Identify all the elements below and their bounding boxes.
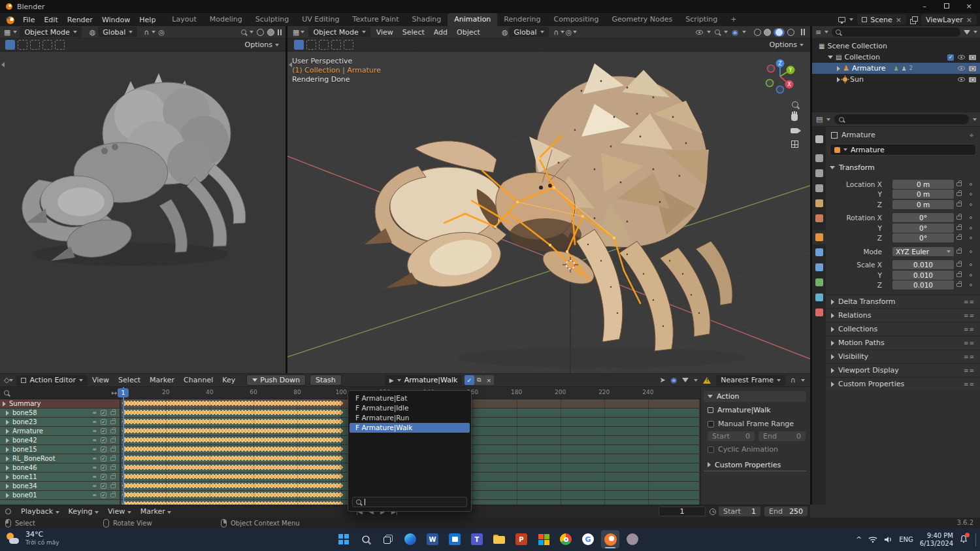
mode-select[interactable]: Object Mode (308, 27, 370, 37)
modifier-icon[interactable]: ≡ (92, 474, 97, 480)
snap-magnet-icon[interactable]: ∩ (144, 28, 149, 37)
scene-selector[interactable]: Scene× (857, 14, 906, 25)
select-circle-icon[interactable] (319, 40, 329, 50)
navigation-gizmo[interactable]: Z Y X (759, 56, 801, 97)
blender-logo-icon[interactable] (5, 14, 16, 25)
action-panel-header[interactable]: Action (704, 391, 806, 402)
close-button[interactable]: × (958, 0, 980, 13)
viewport-menu-select[interactable]: Select (398, 28, 429, 37)
menu-help[interactable]: Help (135, 16, 160, 24)
properties-tab-output[interactable] (812, 166, 826, 180)
eye-icon[interactable] (958, 55, 965, 59)
menu-edit[interactable]: Edit (39, 16, 62, 24)
channel-row-armature[interactable]: Armature≡✓ (0, 427, 120, 435)
properties-search-input[interactable] (834, 114, 969, 124)
expand-arrow-icon[interactable] (6, 438, 9, 443)
visibility-icon[interactable] (696, 30, 703, 35)
start-frame-field[interactable]: Start1 (719, 507, 760, 516)
shading-solid-icon[interactable] (764, 29, 771, 36)
panel-relations[interactable]: Relations≡≡ (826, 309, 980, 322)
lock-icon[interactable] (956, 226, 962, 230)
snap-magnet-icon[interactable]: ∩ (554, 28, 559, 37)
timeline-menu-playback[interactable]: Playback (16, 507, 64, 516)
dropdown-item-f-armature-run[interactable]: F Armature|Run (350, 413, 470, 423)
lock-icon[interactable] (956, 236, 962, 240)
show-desktop-strip[interactable] (975, 533, 976, 546)
animate-dot-icon[interactable] (970, 274, 972, 276)
pause-icon[interactable] (801, 29, 805, 35)
value-field-rotation-x[interactable]: 0° (892, 213, 954, 222)
timeline-menu-keying[interactable]: Keying (64, 507, 103, 516)
object-name-field[interactable]: Armature (830, 144, 976, 156)
properties-tab-material[interactable] (812, 305, 826, 320)
expand-arrow-icon[interactable] (6, 410, 9, 416)
lock-icon[interactable] (956, 192, 962, 196)
camera-icon[interactable] (969, 66, 976, 71)
screen-icon[interactable] (838, 17, 845, 22)
value-field-z[interactable]: 0 m (892, 200, 954, 209)
zoom-icon[interactable] (241, 29, 246, 35)
manual-frame-range-row[interactable]: Manual Frame Range (708, 420, 794, 428)
viewlayer-selector[interactable]: ViewLayer× (921, 14, 977, 25)
clock-icon[interactable] (710, 509, 716, 515)
taskbar-app-edge[interactable] (401, 530, 419, 548)
dropdown-item-f-armature-walk[interactable]: F Armature|Walk (350, 423, 470, 433)
dopesheet-menu-marker[interactable]: Marker (145, 376, 179, 384)
lock-icon[interactable] (110, 466, 116, 470)
overlays-icon[interactable]: ◉ (732, 28, 738, 37)
channel-row-bone58[interactable]: bone58≡✓ (0, 409, 120, 417)
tab-layout[interactable]: Layout (165, 13, 203, 26)
mode-select[interactable]: Object Mode (20, 27, 81, 37)
animate-dot-icon[interactable] (970, 250, 972, 253)
panel-visibility[interactable]: Visibility≡≡ (826, 350, 980, 363)
properties-tab-render[interactable] (812, 151, 826, 165)
lock-icon[interactable] (956, 182, 962, 186)
viewport-menu-add[interactable]: Add (429, 28, 452, 37)
lock-icon[interactable] (110, 448, 116, 452)
panel-custom-properties[interactable]: Custom Properties≡≡ (826, 377, 980, 390)
modifier-icon[interactable]: ≡ (92, 428, 97, 434)
modifier-icon[interactable]: ≡ (92, 483, 97, 489)
channel-enable-checkbox[interactable]: ✓ (101, 456, 106, 461)
checkbox-icon[interactable] (708, 421, 714, 427)
modifier-icon[interactable]: ≡ (92, 492, 97, 498)
proportional-edit-icon[interactable]: ◎ (566, 28, 572, 37)
expand-arrow-icon[interactable] (828, 56, 833, 59)
taskbar-app-teams[interactable]: T (468, 530, 486, 548)
channel-row-bone46[interactable]: bone46≡✓ (0, 463, 120, 472)
tab-geometry-nodes[interactable]: Geometry Nodes (605, 13, 679, 26)
expand-collapse-icon[interactable]: ↔ (111, 389, 117, 397)
channel-enable-checkbox[interactable]: ✓ (101, 474, 106, 480)
gizmo-toggle-icon[interactable] (715, 29, 720, 35)
modifier-icon[interactable]: ≡ (92, 446, 97, 452)
modifier-icon[interactable]: ≡ (92, 410, 97, 416)
start-frame-field[interactable]: Start0 (708, 431, 755, 441)
expand-arrow-icon[interactable] (6, 456, 9, 461)
tab-modeling[interactable]: Modeling (203, 13, 249, 26)
pointer-icon[interactable]: ➤ (660, 376, 666, 384)
chevron-down-icon[interactable] (561, 31, 564, 33)
taskbar-app-store[interactable] (446, 530, 464, 548)
shading-material-active[interactable] (774, 28, 785, 37)
expand-arrow-icon[interactable] (6, 447, 9, 452)
value-field-location-x[interactable]: 0 m (892, 180, 954, 189)
lock-icon[interactable] (956, 283, 962, 287)
lock-icon[interactable] (110, 475, 116, 479)
shading-rendered-icon[interactable] (787, 29, 794, 36)
dopesheet-menu-key[interactable]: Key (218, 376, 240, 384)
pin-icon[interactable]: ⌖ (970, 131, 973, 140)
panel-motion-paths[interactable]: Motion Paths≡≡ (826, 336, 980, 349)
animate-dot-icon[interactable] (970, 183, 972, 186)
cursor-tool-icon[interactable] (344, 40, 353, 50)
select-lasso-icon[interactable] (331, 40, 341, 50)
cyclic-animation-row[interactable]: Cyclic Animation (708, 445, 778, 454)
outliner-item-sun[interactable]: Sun (812, 74, 980, 85)
action-datablock-field[interactable]: ▶ Armature|Walk (385, 375, 462, 386)
transform-panel-header[interactable]: Transform (830, 163, 875, 172)
options-button[interactable]: Options (770, 41, 804, 49)
transform-orientation[interactable]: Global (509, 27, 548, 37)
channel-enable-checkbox[interactable]: ✓ (101, 446, 106, 452)
dropdown-item-f-armature-idle[interactable]: F Armature|Idle (350, 403, 470, 413)
ortho-grid-icon[interactable] (791, 141, 798, 148)
timeline-menu-marker[interactable]: Marker (136, 507, 176, 516)
